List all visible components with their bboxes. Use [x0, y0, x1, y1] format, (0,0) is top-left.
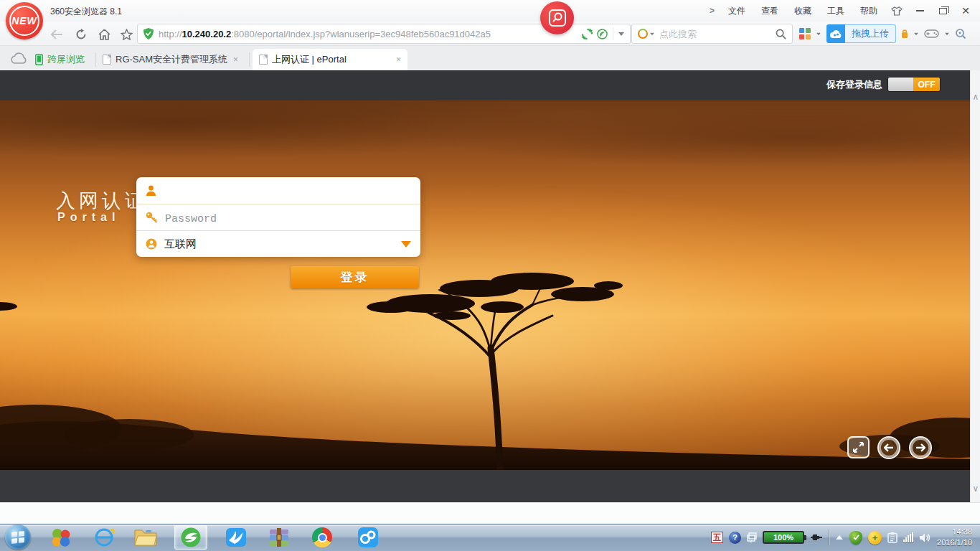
- taskbar-winrar[interactable]: [263, 525, 296, 550]
- menu-file[interactable]: 文件: [720, 5, 753, 17]
- tab-rg-sam[interactable]: RG-SAM安全计费管理系统 ×: [96, 49, 250, 70]
- tab-label: 跨屏浏览: [47, 53, 85, 66]
- browser-logo-badge: NEW: [11, 15, 37, 27]
- cloud-upload-button[interactable]: 拖拽上传: [826, 24, 896, 43]
- back-button[interactable]: [47, 26, 66, 43]
- volume-icon[interactable]: [919, 532, 931, 543]
- app-launcher-dropdown-icon[interactable]: [816, 32, 821, 35]
- next-background-button[interactable]: [909, 436, 932, 459]
- battery-level: 100%: [773, 533, 793, 542]
- tray-ime-icon[interactable]: 五: [711, 532, 723, 543]
- security-shield-icon: [143, 28, 154, 39]
- tab-bar: 跨屏浏览 RG-SAM安全计费管理系统 × 上网认证 | ePortal × +: [0, 46, 980, 70]
- url-text: http://10.240.20.2:8080/eportal/index.js…: [159, 29, 582, 39]
- password-row[interactable]: [136, 204, 420, 230]
- browser-logo[interactable]: NEW: [6, 2, 43, 39]
- fullscreen-button[interactable]: [847, 436, 870, 458]
- menu-tools[interactable]: 工具: [819, 5, 852, 17]
- cloud-sync-icon[interactable]: [10, 52, 27, 64]
- page-icon: [103, 55, 111, 65]
- background-photo-savanna: [0, 100, 970, 470]
- cloud-drive-icon: [357, 527, 379, 548]
- taskbar-clock[interactable]: 14:38 2016/1/10: [937, 527, 978, 548]
- taskbar-xunlei[interactable]: [220, 525, 253, 550]
- url-path: :8080/eportal/index.jsp?wlanuserip=3ec94…: [231, 29, 491, 39]
- extension-dropdown-icon[interactable]: [914, 32, 918, 35]
- divider: [613, 27, 613, 40]
- divider: [249, 52, 250, 67]
- search-engine-icon[interactable]: [638, 29, 648, 39]
- home-button[interactable]: [95, 26, 113, 43]
- minimize-button[interactable]: [908, 1, 931, 20]
- taskbar-360browser-active[interactable]: [174, 525, 207, 550]
- start-button[interactable]: [5, 524, 31, 550]
- skin-icon[interactable]: [885, 1, 908, 20]
- page-scrollbar[interactable]: ∧ ∨: [970, 70, 980, 502]
- tray-360-shield-icon[interactable]: [849, 531, 862, 545]
- hidden-icons-arrow[interactable]: [835, 534, 844, 540]
- password-input[interactable]: [165, 209, 411, 226]
- extension-area: 拖拽上传: [799, 24, 966, 44]
- menu-more-icon[interactable]: >: [704, 6, 720, 16]
- network-select-row[interactable]: 互联网: [136, 230, 420, 257]
- taskbar-360safe[interactable]: [44, 525, 77, 550]
- toggle-on-side: [888, 77, 913, 91]
- gamepad-icon[interactable]: [924, 29, 939, 39]
- tab-eportal-active[interactable]: 上网认证 | ePortal ×: [253, 49, 407, 70]
- browser-status-bar: 今日特卖 好搜推荐 五 中 °, 今日直播 跨屏浏览 加速器 下载 100%: [0, 502, 980, 524]
- restore-icon: [939, 8, 947, 14]
- 360browser-icon: [180, 527, 202, 548]
- tab-close-icon[interactable]: ×: [396, 55, 401, 65]
- tray-help-icon[interactable]: ?: [729, 532, 741, 544]
- previous-background-button[interactable]: [877, 436, 900, 459]
- restore-button[interactable]: [931, 1, 954, 20]
- quick-search-badge[interactable]: [540, 1, 574, 34]
- gamepad-dropdown-icon[interactable]: [945, 32, 949, 35]
- screenshot-icon[interactable]: [955, 28, 966, 39]
- scroll-up-icon[interactable]: ∧: [972, 92, 979, 99]
- chrome-icon: [312, 527, 332, 547]
- page-icon: [259, 55, 268, 65]
- cloud-icon: [826, 24, 845, 43]
- scroll-down-icon[interactable]: ∨: [972, 484, 979, 491]
- taskbar-ie[interactable]: [88, 525, 121, 550]
- close-button[interactable]: ✕: [954, 1, 977, 20]
- mini-extension-icon[interactable]: [901, 29, 908, 39]
- menu-favorites[interactable]: 收藏: [786, 5, 819, 17]
- menu-view[interactable]: 查看: [753, 5, 786, 17]
- tray-window-switch-icon[interactable]: [747, 532, 757, 542]
- username-input[interactable]: [164, 182, 411, 199]
- login-button[interactable]: 登录: [291, 266, 419, 288]
- search-icon[interactable]: [776, 29, 786, 39]
- search-engine-dropdown-icon[interactable]: [650, 32, 654, 35]
- tab-cross-screen[interactable]: 跨屏浏览: [29, 49, 96, 70]
- no-trace-icon[interactable]: [582, 29, 593, 39]
- app-launcher-icon[interactable]: [799, 28, 811, 39]
- search-input[interactable]: [659, 29, 776, 39]
- taskbar-explorer[interactable]: [129, 525, 162, 550]
- battery-indicator[interactable]: 100%: [763, 531, 804, 544]
- 360safe-icon: [50, 527, 72, 547]
- taskbar-chrome[interactable]: [306, 525, 339, 550]
- taskbar-360cloud[interactable]: [352, 525, 385, 550]
- power-plug-icon[interactable]: [810, 532, 823, 542]
- search-box[interactable]: [631, 24, 793, 44]
- menu-help[interactable]: 帮助: [852, 5, 885, 17]
- xunlei-bird-icon: [225, 527, 247, 547]
- window-title: 360安全浏览器 8.1: [50, 6, 122, 18]
- refresh-button[interactable]: [72, 26, 90, 43]
- favorite-star-button[interactable]: [117, 26, 136, 43]
- arrow-right-icon: [915, 443, 925, 452]
- tab-close-icon[interactable]: ×: [233, 55, 238, 65]
- network-user-icon: [146, 238, 157, 250]
- key-icon: [146, 212, 158, 223]
- tray-clipboard-icon[interactable]: [887, 532, 897, 543]
- tray-booster-ball-icon[interactable]: +: [868, 531, 882, 545]
- save-login-toggle[interactable]: OFF: [888, 77, 940, 91]
- speed-mode-icon[interactable]: [597, 29, 608, 39]
- network-signal-icon[interactable]: [903, 532, 913, 542]
- url-dropdown-icon[interactable]: [618, 32, 624, 36]
- browser-window: 360安全浏览器 8.1 > 文件 查看 收藏 工具 帮助 ✕ NEW: [0, 0, 980, 551]
- dropdown-caret-icon[interactable]: [401, 241, 411, 248]
- username-row[interactable]: [136, 177, 420, 204]
